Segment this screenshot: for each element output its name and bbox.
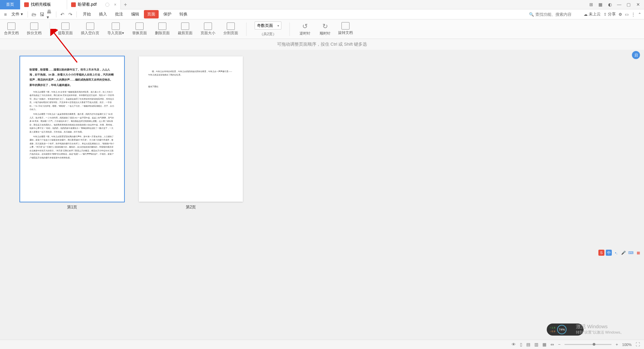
view-single-icon[interactable]: ▯ — [520, 342, 522, 347]
tab-bar: 首页 找稻壳模板 盼望着.pdf × + ⊞ ▦ ◐ — ▢ ✕ — [0, 0, 644, 9]
ime-mic-icon[interactable]: 🎤 — [621, 250, 627, 256]
wrap-icon[interactable]: ▭ — [625, 12, 629, 17]
more-icon[interactable]: ⋮ — [631, 12, 635, 17]
menu-burger-icon[interactable]: ≡ — [3, 12, 8, 17]
skin-icon[interactable]: ◐ — [606, 1, 613, 8]
split-doc-button[interactable]: 拆分文档 — [27, 22, 42, 36]
menu-tab-page[interactable]: 页面 — [144, 10, 159, 18]
redo-icon[interactable]: ↷ — [67, 11, 74, 18]
ime-grid-icon[interactable]: ▦ — [635, 250, 641, 256]
open-icon[interactable]: 🗁 — [31, 11, 37, 18]
activate-sub: 转到"设置"以激活 Windows。 — [576, 330, 624, 335]
ime-keyboard-icon[interactable]: ⌨ — [628, 250, 634, 256]
page-2-wrap[interactable]: 嗯，年味儿在爷爷的对联里，年味儿在妈妈准备的美味佳肴里，年味儿在一声声爆竹里——… — [139, 56, 243, 210]
user-avatar[interactable]: 启 — [632, 51, 640, 59]
print-icon[interactable]: 🖶 ▾ — [47, 11, 53, 18]
rotate-ccw-button[interactable]: ↺逆时针 — [298, 22, 312, 36]
search-box[interactable]: 🔍 — [529, 12, 576, 17]
save-icon[interactable]: 🖫 — [39, 11, 45, 18]
page1-para2: 年味儿在哪里？年味儿在一桌桌香喷喷的菜肴里。腊月底，妈妈为过年的饭菜忙活了 56… — [30, 112, 115, 134]
merge-doc-button[interactable]: 合并文档 — [4, 22, 19, 36]
menu-tab-protect[interactable]: 保护 — [160, 10, 175, 18]
page-1-wrap[interactable]: 盼望着，盼望着……随着以盼的新年近了。街市上车水马龙，人山人海，好不热闹。34 … — [20, 56, 124, 210]
page-thumbnail-2[interactable]: 嗯，年味儿在爷爷的对联里，年味儿在妈妈准备的美味佳肴里，年味儿在一声声爆竹里——… — [139, 56, 243, 202]
menu-tab-start[interactable]: 开始 — [79, 10, 94, 18]
ime-lang-icon[interactable]: 中 — [606, 250, 612, 256]
page2-download: 极光下载站 — [148, 85, 233, 89]
insert-blank-button[interactable]: 插入空白页 — [81, 22, 99, 36]
fullscreen-icon[interactable]: ⛶ — [636, 342, 640, 347]
crop-page-button[interactable]: 裁剪页面 — [178, 22, 193, 36]
apps-icon[interactable]: ▦ — [597, 1, 604, 8]
share-button[interactable]: ⇪ 分享 — [603, 11, 616, 17]
wps-icon — [24, 2, 29, 7]
extract-page-button[interactable]: 提取页面 — [58, 22, 73, 36]
rotate-doc-button[interactable]: 旋转文档 — [338, 22, 353, 35]
delete-page-button[interactable]: 删除页面 — [155, 22, 170, 36]
perf-download: ↓ 0.9 — [549, 330, 555, 333]
tab-home[interactable]: 首页 — [0, 0, 20, 9]
page2-para1: 嗯，年味儿在爷爷的对联里，年味儿在妈妈准备的美味佳肴里，年味儿在一声声爆竹里——… — [148, 70, 233, 77]
page-size-button[interactable]: 页面大小 — [201, 22, 215, 36]
page-count-label: （共2页） — [260, 32, 276, 37]
import-page-button[interactable]: 导入页面▾ — [107, 22, 124, 36]
page1-label: 第1页 — [67, 204, 77, 210]
menu-tab-convert[interactable]: 转换 — [176, 10, 191, 18]
perf-upload: ↑ 1.9 — [549, 326, 555, 330]
menu-tab-edit[interactable]: 编辑 — [128, 10, 143, 18]
split-page-button[interactable]: 分割页面 — [223, 22, 238, 36]
hint-bar: 可拖动调整页面顺序，按住 Ctrl 或 Shift 键多选 — [0, 39, 644, 50]
page-workspace: 盼望着，盼望着……随着以盼的新年近了。街市上车水马龙，人山人海，好不热闹。34 … — [0, 50, 644, 340]
ribbon: 合并文档 拆分文档 提取页面 插入空白页 导入页面▾ 替换页面 删除页面 裁剪页… — [0, 19, 644, 39]
windows-activation-notice: 激活 Windows 转到"设置"以激活 Windows。 — [576, 323, 624, 335]
perf-percent: 74% — [557, 325, 567, 334]
file-menu[interactable]: 文件 ▾ — [9, 11, 24, 17]
view-continuous-icon[interactable]: ▤ — [526, 342, 530, 347]
page2-label: 第2页 — [186, 204, 196, 210]
page-thumbnail-1[interactable]: 盼望着，盼望着……随着以盼的新年近了。街市上车水马龙，人山人海，好不热闹。34 … — [20, 56, 124, 202]
zoom-in-icon[interactable]: + — [615, 342, 618, 347]
view-eye-icon[interactable]: 👁 — [512, 342, 516, 347]
zoom-percent[interactable]: 100% — [622, 343, 632, 347]
view-grid-icon[interactable]: ▦ — [542, 342, 546, 347]
tab-close-icon[interactable]: × — [114, 2, 116, 7]
search-input[interactable] — [535, 12, 576, 17]
tab-document-label: 盼望着.pdf — [78, 2, 97, 7]
cloud-status[interactable]: ☁ 未上云 — [584, 11, 601, 17]
replace-page-button[interactable]: 替换页面 — [132, 22, 147, 36]
window-controls: ⊞ ▦ ◐ — ▢ ✕ — [588, 1, 644, 8]
page1-para1: 年味儿在哪里？嗯，年味儿 55 在爷爷一幅幅笔墨挥洒的对联里。进入腊 2 月，街… — [30, 90, 115, 111]
tab-document[interactable]: 盼望着.pdf × — [67, 0, 121, 9]
undo-icon[interactable]: ↶ — [59, 11, 66, 18]
tab-template[interactable]: 找稻壳模板 — [20, 0, 67, 9]
status-bar: 👁 ▯ ▤ ▥ ▦ ⇔ − + 100% ⛶ — [0, 340, 644, 349]
zoom-slider[interactable] — [565, 344, 611, 345]
page-filter-select[interactable]: 奇数页面 — [255, 21, 281, 30]
ime-toolbar: S 中 •, 🎤 ⌨ ▦ — [598, 250, 641, 256]
menu-bar: ≡ 文件 ▾ 🗁 🖫 🖶 ▾ ↶ ↷ 开始 插入 批注 编辑 页面 保护 转换 … — [0, 9, 644, 19]
collapse-icon[interactable]: ⌃ — [638, 12, 641, 17]
layout-icon[interactable]: ⊞ — [588, 1, 594, 8]
maximize-icon[interactable]: ▢ — [625, 1, 632, 8]
tab-add-button[interactable]: + — [121, 0, 130, 9]
search-icon: 🔍 — [529, 12, 534, 17]
fit-width-icon[interactable]: ⇔ — [550, 342, 554, 347]
close-icon[interactable]: ✕ — [635, 1, 641, 8]
pdf-icon — [71, 2, 76, 7]
tab-template-label: 找稻壳模板 — [31, 2, 51, 7]
menu-tab-annotate[interactable]: 批注 — [112, 10, 126, 18]
rotate-cw-button[interactable]: ↻顺时针 — [318, 22, 332, 36]
ime-sogou-icon[interactable]: S — [598, 250, 604, 256]
minimize-icon[interactable]: — — [616, 1, 623, 8]
activate-title: 激活 Windows — [576, 323, 624, 330]
view-facing-icon[interactable]: ▥ — [534, 342, 538, 347]
settings-icon[interactable]: ⚙ — [619, 12, 622, 17]
page1-para3: 年味儿在哪里？嗯，年味儿在那里写写欢腾的爆竹声中。新年第一天零点开始，人们便响了… — [30, 135, 115, 159]
ime-punct-icon[interactable]: •, — [613, 250, 619, 256]
tab-refresh-icon[interactable] — [105, 3, 109, 7]
menu-tab-insert[interactable]: 插入 — [96, 10, 110, 18]
page1-title: 盼望着，盼望着……随着以盼的新年近了。街市上车水马龙，人山人海，好不热闹。34 … — [30, 67, 115, 88]
zoom-out-icon[interactable]: − — [558, 342, 561, 347]
